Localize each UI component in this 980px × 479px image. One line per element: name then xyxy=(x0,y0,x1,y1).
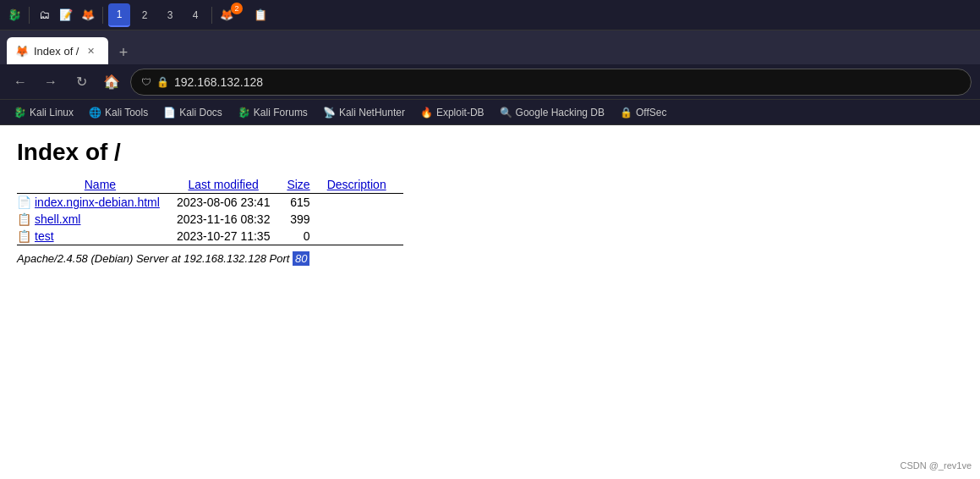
file-list: 📄index.nginx-debian.html 2023-08-06 23:4… xyxy=(17,194,403,245)
home-button[interactable]: 🏠 xyxy=(100,70,123,94)
notification-badge: 2 xyxy=(231,3,243,14)
nethunter-icon: 📡 xyxy=(323,107,336,118)
taskbar-divider-3 xyxy=(211,7,212,24)
address-text: 192.168.132.128 xyxy=(174,75,961,89)
col-header-last-modified[interactable]: Last modified xyxy=(177,176,287,194)
bookmark-label: Kali Docs xyxy=(179,107,222,118)
bookmark-label: Kali Tools xyxy=(105,107,148,118)
security-icon: 🛡 xyxy=(141,76,151,88)
file-icon: 📄 xyxy=(17,195,31,209)
taskbar-tab-4[interactable]: 4 xyxy=(184,3,206,27)
firefox-window: 🦊 Index of / ✕ + ← → ↻ 🏠 🛡 🔒 192.168.132… xyxy=(0,30,980,479)
file-date: 2023-11-16 08:32 xyxy=(177,211,287,228)
tab-title: Index of / xyxy=(34,45,79,58)
bookmark-label: Kali Linux xyxy=(30,107,74,118)
col-header-description[interactable]: Description xyxy=(327,176,403,194)
kali-linux-icon: 🐉 xyxy=(14,107,26,118)
firefox-icon-1[interactable]: 🦊 xyxy=(79,6,97,25)
bookmark-offsec[interactable]: 🔒 OffSec xyxy=(613,105,673,120)
page-content: Index of / Name Last modified Size Descr… xyxy=(0,125,980,479)
taskbar-divider-1 xyxy=(29,7,30,24)
offsec-icon: 🔒 xyxy=(620,107,632,118)
file-size: 615 xyxy=(287,194,326,211)
file-description xyxy=(327,194,403,211)
new-tab-button[interactable]: + xyxy=(112,41,135,64)
bookmark-label: Kali Forums xyxy=(254,107,308,118)
footer-text-content: Apache/2.4.58 (Debian) Server at 192.168… xyxy=(17,252,293,265)
file-date: 2023-10-27 11:35 xyxy=(177,228,287,245)
exploit-db-icon: 🔥 xyxy=(420,107,433,118)
kali-tools-icon: 🌐 xyxy=(89,107,101,118)
bookmark-kali-docs[interactable]: 📄 Kali Docs xyxy=(156,105,229,120)
file-link[interactable]: test xyxy=(35,229,54,243)
bookmark-kali-tools[interactable]: 🌐 Kali Tools xyxy=(82,105,155,120)
table-row: 📋shell.xml 2023-11-16 08:32 399 xyxy=(17,211,403,228)
taskbar-divider-2 xyxy=(102,7,103,24)
bookmark-label: Google Hacking DB xyxy=(516,107,605,118)
bookmark-label: Kali NetHunter xyxy=(339,107,405,118)
lock-icon: 🔒 xyxy=(156,76,169,88)
bookmark-kali-linux[interactable]: 🐉 Kali Linux xyxy=(7,105,80,120)
file-size: 0 xyxy=(287,228,326,245)
page-title: Index of / xyxy=(17,139,963,166)
bookmark-kali-nethunter[interactable]: 📡 Kali NetHunter xyxy=(316,105,412,120)
forward-button[interactable]: → xyxy=(39,70,63,94)
taskbar-tab-3[interactable]: 3 xyxy=(159,3,181,27)
tab-bar: 🦊 Index of / ✕ + xyxy=(0,30,980,64)
col-header-name[interactable]: Name xyxy=(17,176,177,194)
file-link[interactable]: shell.xml xyxy=(35,212,80,226)
taskbar: 🐉 🗂 📝 🦊 1 2 3 4 🦊 2 📋 xyxy=(0,0,980,30)
bookmark-label: Exploit-DB xyxy=(436,107,485,118)
nav-bar: ← → ↻ 🏠 🛡 🔒 192.168.132.128 xyxy=(0,64,980,100)
kali-dragon-icon[interactable]: 🐉 xyxy=(5,6,24,25)
watermark: CSDN @_rev1ve xyxy=(900,460,972,471)
table-row: 📄index.nginx-debian.html 2023-08-06 23:4… xyxy=(17,194,403,211)
file-icon: 📋 xyxy=(17,212,31,226)
file-date: 2023-08-06 23:41 xyxy=(177,194,287,211)
notepad-icon[interactable]: 📝 xyxy=(57,6,75,25)
kali-docs-icon: 📄 xyxy=(163,107,176,118)
file-manager-icon[interactable]: 🗂 xyxy=(35,6,53,25)
file-link[interactable]: index.nginx-debian.html xyxy=(35,195,160,209)
directory-table: Name Last modified Size Description 📄ind… xyxy=(17,176,403,245)
tab-favicon: 🦊 xyxy=(15,45,29,58)
file-size: 399 xyxy=(287,211,326,228)
kali-forums-icon: 🐉 xyxy=(238,107,250,118)
taskbar-tab-1[interactable]: 1 xyxy=(108,3,130,27)
port-number: 80 xyxy=(293,251,309,266)
bookmark-exploit-db[interactable]: 🔥 Exploit-DB xyxy=(413,105,491,120)
table-header-row: Name Last modified Size Description xyxy=(17,176,403,194)
bookmark-google-hacking-db[interactable]: 🔍 Google Hacking DB xyxy=(493,105,611,120)
bookmarks-bar: 🐉 Kali Linux 🌐 Kali Tools 📄 Kali Docs 🐉 … xyxy=(0,100,980,125)
active-browser-tab[interactable]: 🦊 Index of / ✕ xyxy=(7,37,108,64)
file-icon: 📋 xyxy=(17,229,31,243)
clipboard-icon[interactable]: 📋 xyxy=(251,6,270,25)
taskbar-tab-2[interactable]: 2 xyxy=(134,3,156,27)
bookmark-label: OffSec xyxy=(636,107,666,118)
bookmark-kali-forums[interactable]: 🐉 Kali Forums xyxy=(231,105,315,120)
google-hacking-icon: 🔍 xyxy=(500,107,512,118)
back-button[interactable]: ← xyxy=(8,70,32,94)
address-bar[interactable]: 🛡 🔒 192.168.132.128 xyxy=(130,69,972,96)
table-row: 📋test 2023-10-27 11:35 0 xyxy=(17,228,403,245)
col-header-size[interactable]: Size xyxy=(287,176,326,194)
server-footer: Apache/2.4.58 (Debian) Server at 192.168… xyxy=(17,252,963,265)
file-description xyxy=(327,211,403,228)
file-description xyxy=(327,228,403,245)
reload-button[interactable]: ↻ xyxy=(69,70,93,94)
tab-close-button[interactable]: ✕ xyxy=(84,44,97,58)
table-separator-bottom xyxy=(17,245,403,246)
